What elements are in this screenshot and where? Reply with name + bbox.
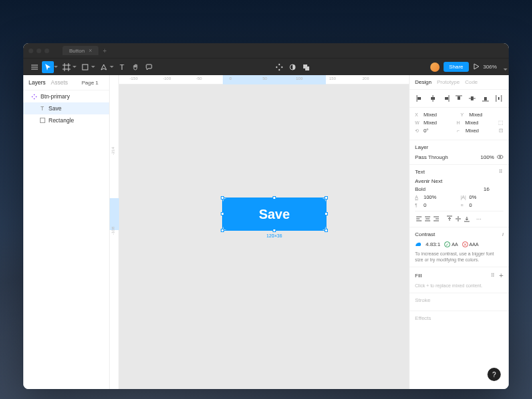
- x-field[interactable]: XMixed: [415, 112, 458, 118]
- resize-handle[interactable]: [273, 229, 276, 232]
- svg-rect-28: [458, 96, 460, 100]
- align-left-button[interactable]: [415, 94, 424, 103]
- rotation-field[interactable]: ⟲0°: [415, 128, 454, 134]
- text-more-button[interactable]: ⋯: [476, 216, 481, 222]
- align-section: [410, 90, 509, 108]
- text-align-center[interactable]: [424, 215, 432, 223]
- fill-hint: Click + to replace mixed content.: [415, 283, 503, 289]
- align-right-button[interactable]: [442, 94, 451, 103]
- paragraph-indent-field[interactable]: ≡0: [461, 202, 504, 208]
- letter-spacing-field[interactable]: |A|0%: [461, 194, 504, 200]
- fill-title: Fill: [415, 273, 422, 279]
- hand-tool[interactable]: [130, 61, 142, 73]
- component-icon[interactable]: [273, 61, 285, 73]
- maximize-icon[interactable]: [45, 49, 49, 53]
- app-window: Button × + T: [23, 43, 509, 389]
- shape-tool[interactable]: [79, 61, 91, 73]
- font-family[interactable]: Avenir Next: [415, 178, 442, 184]
- close-icon[interactable]: [29, 49, 33, 53]
- text-options-icon[interactable]: ⠿: [499, 169, 503, 175]
- align-hcenter-button[interactable]: [428, 94, 438, 103]
- text-align-right[interactable]: [432, 215, 440, 223]
- file-tab[interactable]: Button ×: [63, 46, 98, 55]
- traffic-lights[interactable]: [29, 49, 49, 53]
- resize-handle[interactable]: [273, 196, 276, 200]
- prototype-tab[interactable]: Prototype: [437, 79, 460, 85]
- page-selector[interactable]: Page 1: [82, 80, 104, 86]
- resize-handle[interactable]: [325, 212, 328, 215]
- svg-rect-30: [471, 96, 473, 100]
- layer-row-component[interactable]: Btn-primary: [23, 90, 109, 102]
- svg-rect-26: [445, 97, 448, 100]
- layers-tab[interactable]: Layers: [29, 79, 46, 86]
- user-avatar[interactable]: [430, 63, 440, 72]
- w-field[interactable]: WMixed: [415, 120, 454, 126]
- code-tab[interactable]: Code: [465, 79, 477, 85]
- distribute-button[interactable]: [494, 94, 503, 103]
- align-bottom-button[interactable]: [481, 94, 490, 103]
- selection-dimensions: 120×36: [267, 233, 283, 238]
- y-field[interactable]: YMixed: [461, 112, 504, 118]
- left-tabs: Layers Assets Page 1: [23, 75, 109, 90]
- new-tab-button[interactable]: +: [102, 47, 106, 55]
- share-button[interactable]: Share: [444, 62, 468, 72]
- assets-tab[interactable]: Assets: [51, 79, 68, 86]
- opacity-value[interactable]: 100%: [481, 154, 494, 160]
- share-label: Share: [449, 64, 463, 70]
- resize-handle[interactable]: [325, 196, 328, 200]
- font-size[interactable]: 16: [483, 186, 503, 192]
- constrain-icon[interactable]: ⬚: [498, 120, 503, 126]
- text-valign-top[interactable]: [446, 215, 454, 223]
- selection[interactable]: Save 120×36: [223, 198, 326, 230]
- present-button[interactable]: [473, 63, 479, 71]
- menu-button[interactable]: [29, 61, 41, 73]
- move-tool[interactable]: [42, 61, 54, 73]
- pen-tool[interactable]: [98, 61, 110, 73]
- layer-row-text[interactable]: T Save: [23, 102, 109, 114]
- add-fill-button[interactable]: +: [499, 271, 503, 279]
- x-value: Mixed: [424, 112, 437, 118]
- minimize-icon[interactable]: [37, 49, 41, 53]
- radius-field[interactable]: ⌐Mixed: [457, 128, 496, 134]
- layer-row-rect[interactable]: Rectangle: [23, 114, 109, 126]
- comment-tool[interactable]: [143, 61, 155, 73]
- info-icon[interactable]: i: [502, 231, 503, 237]
- resize-handle[interactable]: [221, 229, 224, 232]
- mask-icon[interactable]: [287, 61, 299, 73]
- resize-handle[interactable]: [221, 196, 224, 200]
- horizontal-ruler: -150 -100 -50 0 50 100 150 200: [110, 75, 409, 84]
- fill-styles-icon[interactable]: ⠿: [491, 273, 495, 279]
- resize-handle[interactable]: [325, 229, 328, 232]
- ruler-tick: -100: [163, 76, 171, 80]
- paragraph-spacing-field[interactable]: ¶0: [415, 202, 458, 208]
- align-top-button[interactable]: [454, 94, 464, 103]
- line-height-field[interactable]: A100%: [415, 194, 458, 200]
- rad-label: ⌐: [457, 128, 464, 133]
- aaa-badge: ✕AAA: [462, 241, 479, 247]
- font-weight[interactable]: Bold: [415, 186, 481, 192]
- svg-rect-19: [35, 96, 37, 97]
- svg-rect-12: [281, 66, 283, 68]
- frame-tool[interactable]: [61, 61, 72, 73]
- boolean-icon[interactable]: [300, 61, 312, 73]
- text-tool[interactable]: T: [116, 61, 128, 73]
- help-button[interactable]: ?: [487, 368, 501, 381]
- text-valign-middle[interactable]: [454, 215, 462, 223]
- svg-rect-35: [498, 97, 499, 100]
- zoom-value: 306%: [483, 64, 497, 70]
- visibility-icon[interactable]: [497, 154, 503, 160]
- text-align-left[interactable]: [415, 215, 423, 223]
- design-tab[interactable]: Design: [415, 79, 432, 85]
- canvas[interactable]: -150 -100 -50 0 50 100 150 200 -214 -108…: [110, 75, 409, 389]
- svg-rect-18: [31, 96, 33, 97]
- h-field[interactable]: HMixed: [457, 120, 496, 126]
- zoom-dropdown[interactable]: 306%: [483, 64, 503, 70]
- close-tab-icon[interactable]: ×: [88, 47, 92, 54]
- layer-name: Save: [49, 105, 61, 112]
- text-valign-bottom[interactable]: [463, 215, 471, 223]
- blend-mode[interactable]: Pass Through: [415, 154, 448, 160]
- corner-icon[interactable]: ⊡: [499, 128, 503, 134]
- align-vcenter-button[interactable]: [467, 94, 477, 103]
- resize-handle[interactable]: [221, 212, 224, 215]
- text-layer-icon: T: [39, 106, 45, 112]
